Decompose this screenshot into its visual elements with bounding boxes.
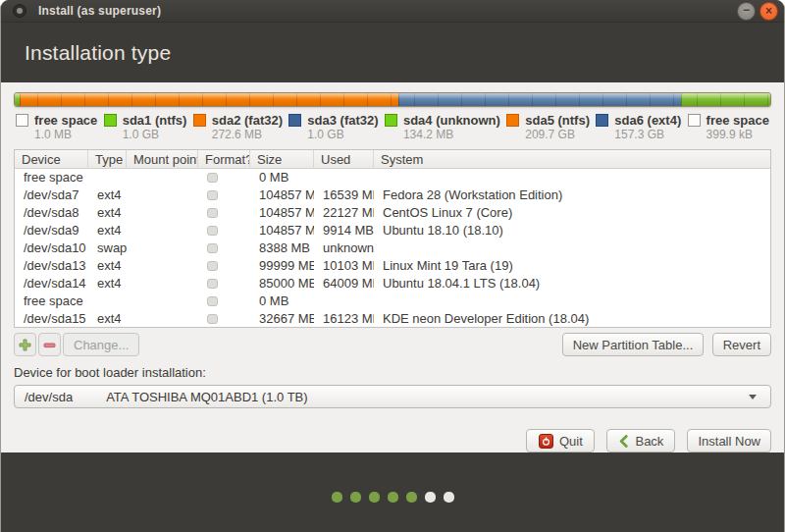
chevron-left-icon xyxy=(618,435,628,448)
cell-type: ext4 xyxy=(88,257,127,275)
partition-name: free space xyxy=(34,113,97,128)
partition-size: 157.3 GB xyxy=(614,128,681,142)
progress-dot xyxy=(425,492,436,503)
cell-format xyxy=(198,314,250,324)
cell-type: swap xyxy=(88,239,127,257)
table-row[interactable]: /dev/sda9ext4104857 MB9914 MBUbuntu 18.1… xyxy=(15,222,770,239)
partition-size: 209.7 GB xyxy=(525,128,590,142)
legend-item: sda4 (unknown)134.2 MB xyxy=(385,113,500,144)
table-row[interactable]: /dev/sda13ext499999 MB10103 MBLinux Mint… xyxy=(15,257,770,275)
partition-name: sda3 (fat32) xyxy=(307,113,378,128)
bootloader-device-description: ATA TOSHIBA MQ01ABD1 (1.0 TB) xyxy=(106,390,307,404)
close-button[interactable]: × xyxy=(759,2,778,21)
bootloader-device-select[interactable]: /dev/sda ATA TOSHIBA MQ01ABD1 (1.0 TB) xyxy=(14,385,771,408)
cell-used: unknown xyxy=(314,239,374,257)
partition-name: free space xyxy=(706,113,769,128)
partition-table[interactable]: DeviceTypeMount pointFormat?SizeUsedSyst… xyxy=(14,149,771,328)
cell-type: ext4 xyxy=(88,186,127,204)
column-header[interactable]: Used xyxy=(314,150,374,169)
titlebar: Install (as superuser) − × xyxy=(1,0,784,23)
cell-size: 99999 MB xyxy=(250,257,314,275)
window-menu-icon[interactable] xyxy=(13,4,26,18)
cell-format xyxy=(198,226,250,236)
format-checkbox[interactable] xyxy=(207,190,218,200)
partition-name: sda5 (ntfs) xyxy=(525,113,590,128)
partition-name: sda1 (ntfs) xyxy=(123,113,187,128)
format-checkbox[interactable] xyxy=(207,243,218,253)
column-header[interactable]: Mount point xyxy=(127,150,198,169)
column-header[interactable]: Type xyxy=(88,150,127,169)
partition-size: 399.9 kB xyxy=(706,128,769,142)
format-checkbox[interactable] xyxy=(207,314,218,324)
partition-segment xyxy=(20,93,399,106)
cell-size: 104857 MB xyxy=(250,186,314,204)
cell-device: /dev/sda8 xyxy=(15,204,88,222)
chevron-down-icon xyxy=(749,395,757,399)
cell-format xyxy=(198,208,250,218)
cell-device: /dev/sda9 xyxy=(15,222,88,239)
column-header[interactable]: Device xyxy=(15,150,88,169)
back-button[interactable]: Back xyxy=(606,429,675,452)
cell-device: /dev/sda13 xyxy=(15,257,88,275)
column-header[interactable]: Format? xyxy=(198,150,250,169)
cell-system: Fedora 28 (Workstation Edition) xyxy=(374,186,770,204)
cell-type: ext4 xyxy=(88,275,127,293)
partition-legend: free space1.0 MBsda1 (ntfs)1.0 GBsda2 (f… xyxy=(14,113,771,144)
content-area: free space1.0 MBsda1 (ntfs)1.0 GBsda2 (f… xyxy=(1,82,784,452)
page-title: Installation type xyxy=(25,41,171,65)
format-checkbox[interactable] xyxy=(207,261,218,271)
new-partition-table-button[interactable]: New Partition Table... xyxy=(562,333,705,356)
partition-color-swatch xyxy=(506,114,519,127)
revert-button[interactable]: Revert xyxy=(712,333,771,356)
partition-name: sda2 (fat32) xyxy=(212,113,283,128)
format-checkbox[interactable] xyxy=(207,173,218,183)
table-row[interactable]: /dev/sda8ext4104857 MB22127 MBCentOS Lin… xyxy=(15,204,770,222)
table-row[interactable]: /dev/sda7ext4104857 MB16539 MBFedora 28 … xyxy=(15,186,770,204)
change-partition-button[interactable]: Change... xyxy=(63,333,139,356)
table-row[interactable]: /dev/sda14ext485000 MB64009 MBUbuntu 18.… xyxy=(15,275,770,293)
minimize-button[interactable]: − xyxy=(737,2,756,21)
quit-button[interactable]: Quit xyxy=(526,429,595,452)
table-row[interactable]: free space0 MB xyxy=(15,169,770,186)
partition-color-swatch xyxy=(385,114,397,127)
cell-device: /dev/sda15 xyxy=(15,310,88,328)
cell-system: Ubuntu 18.10 (18.10) xyxy=(374,222,770,239)
format-checkbox[interactable] xyxy=(207,208,218,218)
cell-size: 85000 MB xyxy=(250,275,314,293)
cell-system: CentOS Linux 7 (Core) xyxy=(374,204,770,222)
partition-segment xyxy=(398,93,681,106)
table-row[interactable]: /dev/sda10swap8388 MBunknown xyxy=(15,239,770,257)
format-checkbox[interactable] xyxy=(207,296,218,306)
remove-partition-button[interactable] xyxy=(38,333,61,356)
cell-size: 104857 MB xyxy=(250,204,314,222)
bootloader-label: Device for boot loader installation: xyxy=(14,365,771,380)
cell-used: 16123 MB xyxy=(314,310,374,328)
legend-item: sda3 (fat32)1.0 GB xyxy=(288,113,378,144)
partition-color-swatch xyxy=(104,114,117,127)
partition-size: 1.0 GB xyxy=(123,128,187,142)
column-header[interactable]: Size xyxy=(250,150,314,169)
cell-format xyxy=(198,243,250,253)
cell-used: 22127 MB xyxy=(314,204,374,222)
cell-size: 0 MB xyxy=(250,169,314,186)
partition-overview-bar xyxy=(14,92,771,107)
cell-device: free space xyxy=(15,169,88,186)
minus-icon xyxy=(43,339,56,351)
partition-actions: Change... New Partition Table... Revert xyxy=(14,333,771,356)
format-checkbox[interactable] xyxy=(207,226,218,236)
format-checkbox[interactable] xyxy=(207,279,218,289)
table-row[interactable]: /dev/sda15ext432667 MB16123 MBKDE neon D… xyxy=(15,310,770,328)
partition-size: 134.2 MB xyxy=(403,128,500,142)
cell-format xyxy=(198,190,250,200)
cell-format xyxy=(198,279,250,289)
cell-format xyxy=(198,173,250,183)
table-row[interactable]: free space0 MB xyxy=(15,293,770,310)
install-now-button[interactable]: Install Now xyxy=(687,429,771,452)
partition-name: sda4 (unknown) xyxy=(403,113,500,128)
cell-used: 16539 MB xyxy=(314,186,374,204)
legend-item: sda1 (ntfs)1.0 GB xyxy=(104,113,187,144)
cell-used: 9914 MB xyxy=(314,222,374,239)
add-partition-button[interactable] xyxy=(14,333,36,356)
column-header[interactable]: System xyxy=(374,150,770,169)
legend-item: sda6 (ext4)157.3 GB xyxy=(596,113,681,144)
